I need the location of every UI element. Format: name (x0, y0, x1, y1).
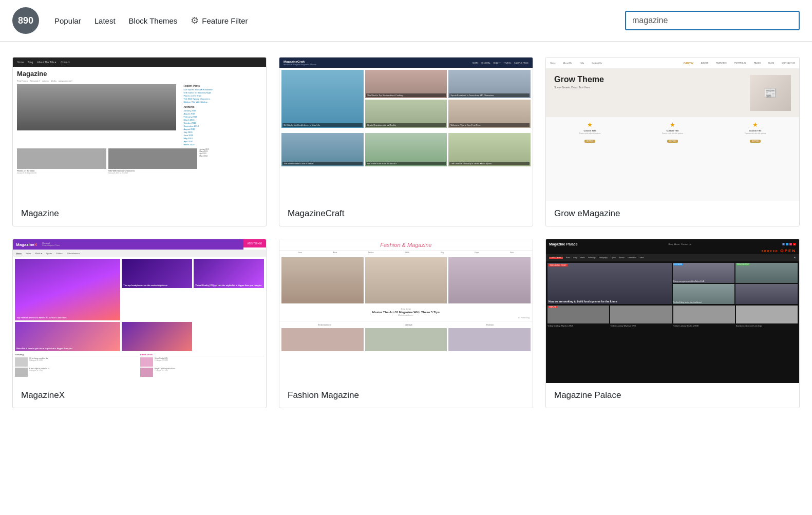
theme-card-magazinex[interactable]: MagazineX MagazineXElegant Magazine Them… (12, 239, 267, 408)
theme-screenshot-grow: HomeAbout MeHelpContact Us GROW ABOUTFEA… (546, 58, 799, 201)
theme-nav: Popular Latest Block Themes ⚙ Feature Fi… (49, 12, 615, 29)
theme-name-magazinex: MagazineX (13, 383, 266, 408)
theme-name-grow: Grow eMagazine (546, 201, 799, 226)
nav-latest[interactable]: Latest (89, 13, 121, 28)
theme-screenshot-fashion: Fashion & Magazine Home About Fashion Bu… (279, 239, 533, 383)
nav-feature-filter[interactable]: ⚙ Feature Filter (185, 12, 253, 29)
theme-card-grow-emagazine[interactable]: HomeAbout MeHelpContact Us GROW ABOUTFEA… (545, 57, 800, 226)
theme-screenshot-palace: Magazine Palace Blog About Contact Us f … (546, 239, 799, 383)
theme-count: 890 (18, 15, 33, 26)
theme-screenshot-magazinex: MagazineX MagazineXElegant Magazine Them… (13, 239, 266, 383)
theme-card-palace[interactable]: Magazine Palace Blog About Contact Us f … (545, 239, 800, 408)
theme-search-input[interactable] (625, 11, 800, 30)
theme-screenshot-magazine: HomeBlogAbout The Title ▾Contact Magazin… (13, 58, 266, 201)
theme-count-badge: 890 (12, 7, 39, 34)
nav-block-themes[interactable]: Block Themes (124, 13, 183, 28)
gear-icon: ⚙ (191, 15, 199, 26)
theme-card-magazinecraft[interactable]: MagazineCraft Modern & Elegant Magazine … (279, 57, 533, 226)
theme-screenshot-magazinecraft: MagazineCraft Modern & Elegant Magazine … (279, 58, 533, 201)
nav-popular[interactable]: Popular (49, 13, 86, 28)
theme-card-magazine[interactable]: HomeBlogAbout The Title ▾Contact Magazin… (12, 57, 267, 226)
theme-name-magazine: Magazine (13, 201, 266, 226)
themes-toolbar: 890 Popular Latest Block Themes ⚙ Featur… (0, 0, 812, 42)
feature-filter-label: Feature Filter (202, 16, 248, 25)
themes-grid: HomeBlogAbout The Title ▾Contact Magazin… (0, 42, 812, 424)
theme-name-fashion: Fashion Magazine (279, 383, 533, 408)
theme-name-palace: Magazine Palace (546, 383, 799, 408)
theme-card-fashion[interactable]: Fashion & Magazine Home About Fashion Bu… (279, 239, 533, 408)
theme-name-magazinecraft: MagazineCraft (279, 201, 533, 226)
